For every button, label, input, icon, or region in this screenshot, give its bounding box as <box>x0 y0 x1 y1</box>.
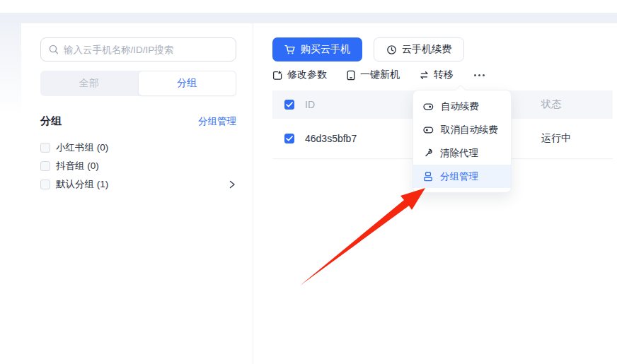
group-checkbox[interactable] <box>40 143 50 153</box>
phone-icon <box>346 70 356 81</box>
chevron-right-icon[interactable] <box>228 180 236 189</box>
main-card: 全部 分组 分组 分组管理 小红书组 (0) 抖音组 (0) 默认分组 (1) <box>21 23 617 364</box>
group-item-douyin[interactable]: 抖音组 (0) <box>40 157 236 175</box>
renew-cloud-phone-button[interactable]: 云手机续费 <box>374 37 464 61</box>
search-icon <box>48 44 59 55</box>
group-item-default[interactable]: 默认分组 (1) <box>40 175 236 194</box>
page-left-gutter <box>0 23 21 364</box>
menu-item-cancel-auto-renew[interactable]: 取消自动续费 <box>413 118 511 141</box>
group-manage-link[interactable]: 分组管理 <box>198 115 236 128</box>
group-item-label: 抖音组 (0) <box>56 160 99 172</box>
modify-params-button[interactable]: 修改参数 <box>272 69 327 81</box>
page-top-band <box>0 13 617 23</box>
toggle-on-icon <box>423 103 434 110</box>
select-all-checkbox[interactable] <box>284 100 294 110</box>
row-status-value: 运行中 <box>541 132 613 145</box>
group-item-label: 小红书组 (0) <box>56 141 108 154</box>
action-buttons: 购买云手机 云手机续费 <box>272 37 613 61</box>
toggle-off-icon <box>423 127 434 134</box>
menu-item-group-manage[interactable]: 分组管理 <box>413 165 511 188</box>
more-dots-icon <box>474 74 476 76</box>
more-actions-dropdown: 自动续费 取消自动续费 清除代理 分组管理 <box>413 90 512 193</box>
transfer-button[interactable]: 转移 <box>419 69 454 81</box>
one-key-new-device-label: 一键新机 <box>360 69 400 81</box>
column-header-status: 状态 <box>541 98 613 111</box>
cart-icon <box>284 45 296 55</box>
more-actions-button[interactable] <box>473 71 486 79</box>
menu-item-label: 自动续费 <box>441 100 479 113</box>
buy-cloud-phone-button[interactable]: 购买云手机 <box>272 37 362 61</box>
transfer-arrows-icon <box>419 71 429 80</box>
more-dots-icon <box>478 74 480 76</box>
buy-button-label: 购买云手机 <box>301 43 350 56</box>
transfer-label: 转移 <box>434 69 454 81</box>
group-header: 分组 分组管理 <box>40 115 236 128</box>
row-toolbar: 修改参数 一键新机 转移 <box>272 68 613 82</box>
more-dots-icon <box>483 74 485 76</box>
group-checkbox[interactable] <box>40 161 50 171</box>
menu-item-label: 清除代理 <box>440 147 478 160</box>
group-title: 分组 <box>40 115 62 128</box>
menu-item-label: 取消自动续费 <box>441 124 498 136</box>
sidebar: 全部 分组 分组 分组管理 小红书组 (0) 抖音组 (0) 默认分组 (1) <box>21 23 253 364</box>
wrench-icon <box>423 148 433 158</box>
menu-item-label: 分组管理 <box>440 170 478 183</box>
tab-all[interactable]: 全部 <box>40 71 138 96</box>
menu-item-auto-renew[interactable]: 自动续费 <box>413 95 511 118</box>
group-list: 小红书组 (0) 抖音组 (0) 默认分组 (1) <box>40 139 236 194</box>
modify-params-label: 修改参数 <box>287 69 327 81</box>
one-key-new-device-button[interactable]: 一键新机 <box>346 69 400 81</box>
edit-square-icon <box>272 70 283 81</box>
content-panel: 购买云手机 云手机续费 修改参数 一键新机 <box>253 23 617 364</box>
group-checkbox[interactable] <box>40 180 50 189</box>
tab-group[interactable]: 分组 <box>138 71 237 96</box>
renew-button-label: 云手机续费 <box>402 43 451 56</box>
group-grid-icon <box>423 172 433 182</box>
search-input[interactable] <box>40 37 236 61</box>
group-item-xiaohongshu[interactable]: 小红书组 (0) <box>40 139 236 157</box>
view-tabs: 全部 分组 <box>40 71 236 96</box>
group-item-label: 默认分组 (1) <box>56 178 108 191</box>
clock-renew-icon <box>386 45 397 55</box>
search-box <box>40 37 236 61</box>
row-checkbox[interactable] <box>284 134 294 143</box>
menu-item-clear-proxy[interactable]: 清除代理 <box>413 141 511 165</box>
